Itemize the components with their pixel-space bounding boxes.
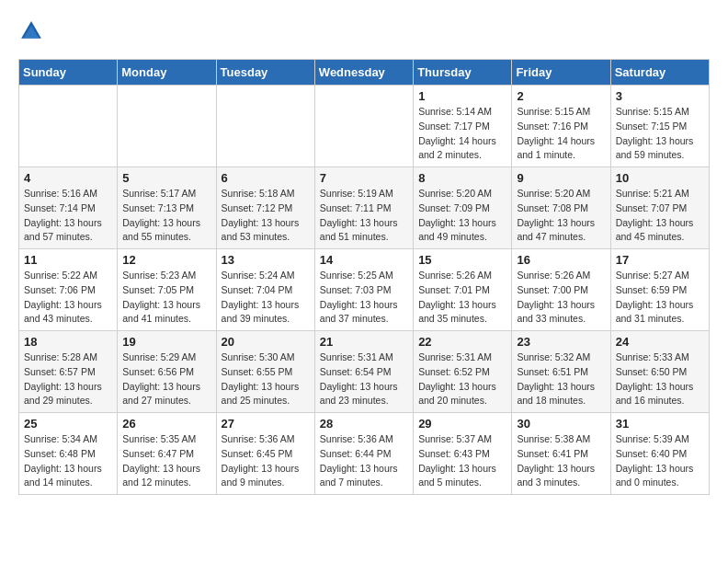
- calendar-cell: 15Sunrise: 5:26 AM Sunset: 7:01 PM Dayli…: [414, 249, 512, 331]
- calendar-cell: [216, 86, 314, 167]
- header: [18, 18, 710, 44]
- calendar-cell: 21Sunrise: 5:31 AM Sunset: 6:54 PM Dayli…: [314, 331, 413, 413]
- calendar-cell: 14Sunrise: 5:25 AM Sunset: 7:03 PM Dayli…: [314, 249, 413, 331]
- calendar-cell: 2Sunrise: 5:15 AM Sunset: 7:16 PM Daylig…: [512, 86, 610, 167]
- day-info: Sunrise: 5:26 AM Sunset: 7:00 PM Dayligh…: [517, 269, 605, 327]
- day-number: 19: [122, 335, 210, 349]
- day-info: Sunrise: 5:25 AM Sunset: 7:03 PM Dayligh…: [320, 269, 408, 327]
- header-row: SundayMondayTuesdayWednesdayThursdayFrid…: [19, 60, 710, 86]
- calendar-cell: 31Sunrise: 5:39 AM Sunset: 6:40 PM Dayli…: [610, 413, 709, 495]
- calendar-cell: 3Sunrise: 5:15 AM Sunset: 7:15 PM Daylig…: [610, 86, 709, 167]
- calendar-cell: 29Sunrise: 5:37 AM Sunset: 6:43 PM Dayli…: [414, 413, 512, 495]
- day-info: Sunrise: 5:39 AM Sunset: 6:40 PM Dayligh…: [616, 432, 704, 490]
- day-number: 1: [418, 89, 506, 103]
- day-info: Sunrise: 5:27 AM Sunset: 6:59 PM Dayligh…: [616, 269, 704, 327]
- day-number: 2: [517, 89, 605, 103]
- day-number: 11: [24, 253, 112, 267]
- calendar-cell: 9Sunrise: 5:20 AM Sunset: 7:08 PM Daylig…: [512, 167, 610, 249]
- logo: [18, 18, 48, 44]
- calendar-cell: 10Sunrise: 5:21 AM Sunset: 7:07 PM Dayli…: [610, 167, 709, 249]
- day-info: Sunrise: 5:20 AM Sunset: 7:08 PM Dayligh…: [517, 187, 605, 245]
- day-number: 14: [320, 253, 408, 267]
- calendar-cell: [314, 86, 413, 167]
- calendar-cell: 18Sunrise: 5:28 AM Sunset: 6:57 PM Dayli…: [19, 331, 118, 413]
- calendar-cell: 11Sunrise: 5:22 AM Sunset: 7:06 PM Dayli…: [19, 249, 118, 331]
- day-info: Sunrise: 5:21 AM Sunset: 7:07 PM Dayligh…: [616, 187, 704, 245]
- day-info: Sunrise: 5:14 AM Sunset: 7:17 PM Dayligh…: [418, 105, 506, 163]
- day-info: Sunrise: 5:17 AM Sunset: 7:13 PM Dayligh…: [122, 187, 210, 245]
- header-friday: Friday: [512, 60, 610, 86]
- calendar-cell: 27Sunrise: 5:36 AM Sunset: 6:45 PM Dayli…: [216, 413, 314, 495]
- calendar-cell: 17Sunrise: 5:27 AM Sunset: 6:59 PM Dayli…: [610, 249, 709, 331]
- calendar-cell: 25Sunrise: 5:34 AM Sunset: 6:48 PM Dayli…: [19, 413, 118, 495]
- day-info: Sunrise: 5:35 AM Sunset: 6:47 PM Dayligh…: [122, 432, 210, 490]
- day-info: Sunrise: 5:29 AM Sunset: 6:56 PM Dayligh…: [122, 350, 210, 408]
- week-row-3: 11Sunrise: 5:22 AM Sunset: 7:06 PM Dayli…: [19, 249, 710, 331]
- day-number: 16: [517, 253, 605, 267]
- header-tuesday: Tuesday: [216, 60, 314, 86]
- calendar-cell: 5Sunrise: 5:17 AM Sunset: 7:13 PM Daylig…: [118, 167, 216, 249]
- day-number: 30: [517, 417, 605, 431]
- day-number: 13: [222, 253, 310, 267]
- day-info: Sunrise: 5:37 AM Sunset: 6:43 PM Dayligh…: [418, 432, 506, 490]
- day-number: 29: [418, 417, 506, 431]
- day-number: 31: [616, 417, 704, 431]
- header-saturday: Saturday: [610, 60, 709, 86]
- day-number: 17: [616, 253, 704, 267]
- day-number: 4: [24, 171, 112, 185]
- day-info: Sunrise: 5:19 AM Sunset: 7:11 PM Dayligh…: [320, 187, 408, 245]
- day-info: Sunrise: 5:34 AM Sunset: 6:48 PM Dayligh…: [24, 432, 112, 490]
- calendar-table: SundayMondayTuesdayWednesdayThursdayFrid…: [18, 59, 710, 495]
- day-number: 20: [222, 335, 310, 349]
- calendar-cell: 6Sunrise: 5:18 AM Sunset: 7:12 PM Daylig…: [216, 167, 314, 249]
- logo-icon: [18, 18, 44, 44]
- week-row-2: 4Sunrise: 5:16 AM Sunset: 7:14 PM Daylig…: [19, 167, 710, 249]
- calendar-cell: 8Sunrise: 5:20 AM Sunset: 7:09 PM Daylig…: [414, 167, 512, 249]
- day-number: 24: [616, 335, 704, 349]
- header-sunday: Sunday: [19, 60, 118, 86]
- day-info: Sunrise: 5:15 AM Sunset: 7:15 PM Dayligh…: [616, 105, 704, 163]
- day-number: 9: [517, 171, 605, 185]
- day-info: Sunrise: 5:30 AM Sunset: 6:55 PM Dayligh…: [222, 350, 310, 408]
- calendar-cell: 4Sunrise: 5:16 AM Sunset: 7:14 PM Daylig…: [19, 167, 118, 249]
- day-number: 26: [122, 417, 210, 431]
- day-info: Sunrise: 5:23 AM Sunset: 7:05 PM Dayligh…: [122, 269, 210, 327]
- week-row-4: 18Sunrise: 5:28 AM Sunset: 6:57 PM Dayli…: [19, 331, 710, 413]
- day-info: Sunrise: 5:31 AM Sunset: 6:52 PM Dayligh…: [418, 350, 506, 408]
- day-number: 6: [222, 171, 310, 185]
- week-row-1: 1Sunrise: 5:14 AM Sunset: 7:17 PM Daylig…: [19, 86, 710, 167]
- day-number: 15: [418, 253, 506, 267]
- week-row-5: 25Sunrise: 5:34 AM Sunset: 6:48 PM Dayli…: [19, 413, 710, 495]
- day-number: 7: [320, 171, 408, 185]
- day-number: 22: [418, 335, 506, 349]
- day-number: 28: [320, 417, 408, 431]
- calendar-cell: [19, 86, 118, 167]
- day-number: 27: [222, 417, 310, 431]
- calendar-cell: 19Sunrise: 5:29 AM Sunset: 6:56 PM Dayli…: [118, 331, 216, 413]
- day-info: Sunrise: 5:36 AM Sunset: 6:44 PM Dayligh…: [320, 432, 408, 490]
- calendar-cell: 7Sunrise: 5:19 AM Sunset: 7:11 PM Daylig…: [314, 167, 413, 249]
- calendar-cell: 13Sunrise: 5:24 AM Sunset: 7:04 PM Dayli…: [216, 249, 314, 331]
- day-info: Sunrise: 5:22 AM Sunset: 7:06 PM Dayligh…: [24, 269, 112, 327]
- calendar-cell: 16Sunrise: 5:26 AM Sunset: 7:00 PM Dayli…: [512, 249, 610, 331]
- day-number: 12: [122, 253, 210, 267]
- day-number: 18: [24, 335, 112, 349]
- calendar-cell: [118, 86, 216, 167]
- calendar-cell: 30Sunrise: 5:38 AM Sunset: 6:41 PM Dayli…: [512, 413, 610, 495]
- day-number: 25: [24, 417, 112, 431]
- calendar-cell: 22Sunrise: 5:31 AM Sunset: 6:52 PM Dayli…: [414, 331, 512, 413]
- calendar-cell: 26Sunrise: 5:35 AM Sunset: 6:47 PM Dayli…: [118, 413, 216, 495]
- calendar-cell: 20Sunrise: 5:30 AM Sunset: 6:55 PM Dayli…: [216, 331, 314, 413]
- day-number: 5: [122, 171, 210, 185]
- day-info: Sunrise: 5:38 AM Sunset: 6:41 PM Dayligh…: [517, 432, 605, 490]
- day-number: 10: [616, 171, 704, 185]
- calendar-cell: 28Sunrise: 5:36 AM Sunset: 6:44 PM Dayli…: [314, 413, 413, 495]
- header-wednesday: Wednesday: [314, 60, 413, 86]
- calendar-cell: 1Sunrise: 5:14 AM Sunset: 7:17 PM Daylig…: [414, 86, 512, 167]
- calendar-cell: 12Sunrise: 5:23 AM Sunset: 7:05 PM Dayli…: [118, 249, 216, 331]
- header-monday: Monday: [118, 60, 216, 86]
- day-info: Sunrise: 5:15 AM Sunset: 7:16 PM Dayligh…: [517, 105, 605, 163]
- day-info: Sunrise: 5:33 AM Sunset: 6:50 PM Dayligh…: [616, 350, 704, 408]
- day-info: Sunrise: 5:36 AM Sunset: 6:45 PM Dayligh…: [222, 432, 310, 490]
- day-info: Sunrise: 5:32 AM Sunset: 6:51 PM Dayligh…: [517, 350, 605, 408]
